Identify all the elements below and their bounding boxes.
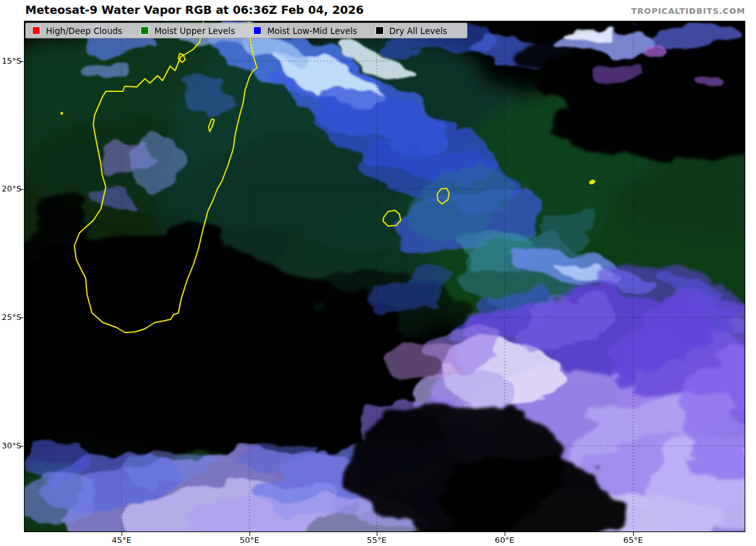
lon-tick-label: 45°E bbox=[108, 535, 135, 545]
tick-mark bbox=[122, 532, 122, 536]
legend-swatch-icon bbox=[32, 26, 40, 35]
legend-item-0: High/Deep Clouds bbox=[32, 26, 122, 36]
satellite-map bbox=[24, 21, 745, 532]
tick-mark bbox=[249, 532, 250, 536]
lon-tick-label: 50°E bbox=[236, 535, 263, 545]
legend-swatch-icon bbox=[140, 26, 149, 35]
juan-de-nova-island bbox=[60, 112, 63, 115]
tick-mark bbox=[633, 532, 634, 536]
page-title: Meteosat-9 Water Vapor RGB at 06:36Z Feb… bbox=[25, 3, 364, 16]
legend-item-1: Moist Upper Levels bbox=[140, 26, 235, 36]
legend-label: Moist Upper Levels bbox=[154, 26, 235, 36]
legend-label: High/Deep Clouds bbox=[46, 26, 122, 36]
tick-mark bbox=[505, 532, 505, 536]
lon-tick-label: 55°E bbox=[363, 535, 391, 545]
lat-tick-label: 20°S bbox=[0, 184, 21, 193]
lon-tick-label: 65°E bbox=[619, 535, 647, 545]
legend-swatch-icon bbox=[375, 26, 384, 35]
legend-swatch-icon bbox=[253, 26, 261, 35]
tick-mark bbox=[377, 532, 377, 536]
legend-item-2: Moist Low-Mid Levels bbox=[253, 26, 357, 36]
lat-tick-label: 30°S bbox=[0, 441, 21, 450]
tick-mark bbox=[20, 317, 23, 318]
legend-item-3: Dry All Levels bbox=[375, 26, 447, 36]
legend-label: Dry All Levels bbox=[389, 26, 447, 36]
tick-mark bbox=[20, 189, 23, 190]
legend: High/Deep CloudsMoist Upper LevelsMoist … bbox=[25, 23, 467, 38]
page: Meteosat-9 Water Vapor RGB at 06:36Z Feb… bbox=[0, 0, 756, 546]
legend-label: Moist Low-Mid Levels bbox=[267, 26, 357, 36]
lat-tick-label: 15°S bbox=[0, 56, 21, 65]
lat-tick-label: 25°S bbox=[0, 312, 21, 322]
water-vapor-image bbox=[24, 21, 745, 532]
tick-mark bbox=[20, 446, 23, 446]
tick-mark bbox=[20, 61, 23, 62]
site-watermark: TROPICALTIDBITS.COM bbox=[631, 6, 745, 16]
lon-tick-label: 60°E bbox=[491, 535, 518, 545]
